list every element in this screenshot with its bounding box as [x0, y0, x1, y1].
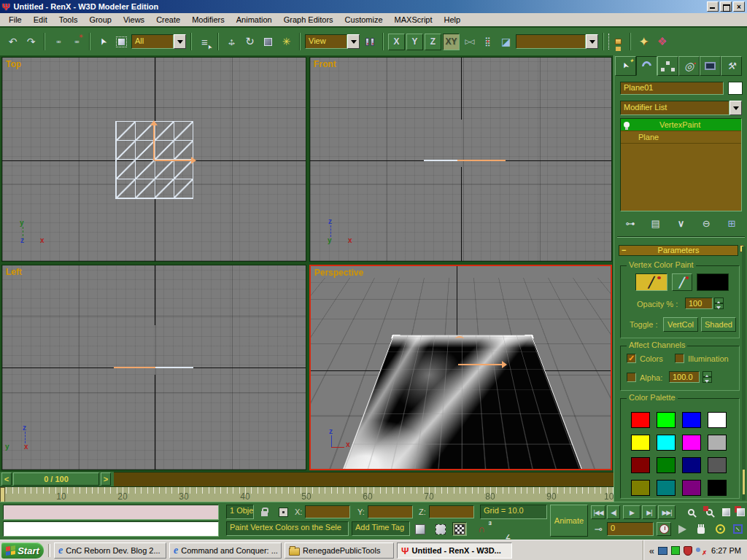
pin-stack-icon[interactable]: [622, 216, 639, 230]
palette-swatch[interactable]: [631, 435, 650, 451]
viewport-label[interactable]: Top: [6, 59, 21, 69]
unlink-icon[interactable]: [68, 34, 85, 50]
tab-motion-icon[interactable]: [678, 56, 700, 76]
track-view-icon[interactable]: [608, 34, 625, 50]
task-renx-active[interactable]: Untitled - RenX - W3D...: [397, 542, 512, 559]
make-unique-icon[interactable]: [673, 216, 690, 230]
maxscript-mini-listener-pink[interactable]: [3, 505, 219, 520]
go-to-end-icon[interactable]: [658, 505, 676, 519]
min-max-toggle-icon[interactable]: [729, 522, 746, 536]
tab-hierarchy-icon[interactable]: [657, 56, 678, 76]
snap-cube-icon[interactable]: [413, 522, 427, 536]
mirror-icon[interactable]: [461, 34, 478, 50]
palette-swatch[interactable]: [682, 435, 701, 451]
modifier-list-dropdown[interactable]: Modifier List: [620, 101, 742, 115]
dropdown-arrow-icon[interactable]: [586, 34, 598, 49]
tray-app-icon[interactable]: [671, 546, 680, 555]
dropdown-arrow-icon[interactable]: [347, 34, 360, 49]
time-slider-track[interactable]: [114, 472, 614, 486]
menu-file[interactable]: File: [3, 14, 28, 26]
axis-y-button[interactable]: Y: [406, 34, 423, 50]
time-slider-thumb[interactable]: 0 / 100: [13, 472, 99, 486]
minimize-button[interactable]: [707, 1, 719, 12]
palette-swatch[interactable]: [708, 435, 727, 451]
use-pivot-center-icon[interactable]: [361, 34, 378, 50]
palette-swatch[interactable]: [708, 412, 727, 428]
time-configuration-icon[interactable]: [657, 522, 671, 536]
coord-system-dropdown[interactable]: View: [305, 34, 360, 49]
palette-swatch[interactable]: [682, 480, 701, 496]
colors-checkbox[interactable]: ✓: [627, 354, 636, 363]
paint-color-swatch[interactable]: [697, 273, 729, 291]
snap-toggle-3d-icon[interactable]: [474, 522, 489, 536]
visibility-bulb-icon[interactable]: [624, 122, 630, 128]
tab-modify-icon[interactable]: [636, 56, 657, 76]
viewport-label[interactable]: Front: [314, 59, 336, 69]
task-cnc-reborn-blog[interactable]: CnC Reborn Dev. Blog 2...: [54, 542, 166, 559]
palette-swatch[interactable]: [657, 412, 676, 428]
close-button[interactable]: ×: [733, 1, 745, 12]
snap-cube-dotted-icon[interactable]: [433, 522, 448, 536]
palette-swatch[interactable]: [631, 412, 650, 428]
stack-item-vertexpaint[interactable]: VertexPaint: [621, 119, 741, 131]
show-end-result-icon[interactable]: [647, 216, 665, 230]
material-editor-icon[interactable]: [635, 34, 652, 50]
selection-filter-dropdown[interactable]: All: [131, 34, 186, 49]
shaded-button[interactable]: Shaded: [701, 317, 736, 332]
gizmo-x-arrow[interactable]: [457, 160, 506, 161]
zoom-extents-all-icon[interactable]: [734, 505, 747, 519]
menu-maxscript[interactable]: MAXScript: [389, 14, 438, 26]
paint-brush-button[interactable]: [635, 273, 667, 291]
move-icon[interactable]: [223, 34, 240, 50]
time-slider-prev-button[interactable]: <: [1, 472, 12, 486]
select-by-name-icon[interactable]: [196, 34, 213, 50]
tray-chevron-icon[interactable]: «: [649, 545, 654, 556]
illumination-checkbox[interactable]: [675, 354, 684, 363]
menu-customize[interactable]: Customize: [339, 14, 389, 26]
restore-button[interactable]: [720, 1, 732, 12]
viewport-front[interactable]: Front z y x: [309, 57, 612, 262]
snap-cube-checker-icon[interactable]: [452, 522, 467, 536]
task-renegade-public-tools[interactable]: RenegadePublicTools: [285, 542, 394, 559]
tab-create-icon[interactable]: [615, 56, 636, 76]
select-object-icon[interactable]: [95, 34, 112, 50]
axis-xy-button[interactable]: XY: [443, 34, 460, 50]
gizmo-y-arrow[interactable]: [153, 125, 155, 160]
gizmo-x-arrow[interactable]: [155, 160, 191, 161]
maxscript-mini-listener-white[interactable]: [3, 521, 219, 537]
render-icon[interactable]: [654, 34, 670, 50]
menu-animation[interactable]: Animation: [231, 14, 278, 26]
align-icon[interactable]: [498, 34, 514, 50]
x-coord-field[interactable]: [305, 505, 350, 518]
start-button[interactable]: Start: [1, 542, 44, 559]
opacity-spinner[interactable]: [714, 298, 724, 309]
palette-swatch[interactable]: [657, 480, 676, 496]
alpha-field[interactable]: 100.0: [669, 371, 700, 383]
vertcol-button[interactable]: VertCol: [663, 317, 698, 332]
palette-swatch[interactable]: [631, 480, 650, 496]
key-mode-icon[interactable]: [591, 522, 605, 536]
menu-modifiers[interactable]: Modifiers: [186, 14, 231, 26]
next-frame-icon[interactable]: [642, 505, 657, 519]
parameters-rollout-header[interactable]: Parameters: [619, 245, 738, 256]
viewport-top[interactable]: Top y z x: [1, 57, 306, 262]
remove-modifier-icon[interactable]: [697, 216, 715, 230]
menu-help[interactable]: Help: [438, 14, 467, 26]
dropdown-arrow-icon[interactable]: [174, 34, 186, 49]
manipulate-icon[interactable]: [278, 34, 295, 50]
undo-icon[interactable]: [4, 34, 21, 50]
tab-display-icon[interactable]: [700, 56, 721, 76]
panel-scrollbar[interactable]: [742, 246, 746, 500]
absolute-offset-mode-icon[interactable]: [277, 506, 290, 518]
configure-modifier-sets-icon[interactable]: [723, 216, 740, 230]
zoom-extents-icon[interactable]: [719, 505, 732, 519]
plane-edge[interactable]: [424, 160, 457, 161]
field-of-view-icon[interactable]: [674, 522, 690, 536]
menu-group[interactable]: Group: [83, 14, 117, 26]
plane-edge[interactable]: [155, 367, 193, 368]
tray-shield-icon[interactable]: [684, 546, 692, 556]
link-icon[interactable]: [50, 34, 66, 50]
tray-users-icon[interactable]: [696, 546, 705, 555]
palette-swatch[interactable]: [682, 412, 701, 428]
palette-swatch[interactable]: [657, 457, 676, 473]
